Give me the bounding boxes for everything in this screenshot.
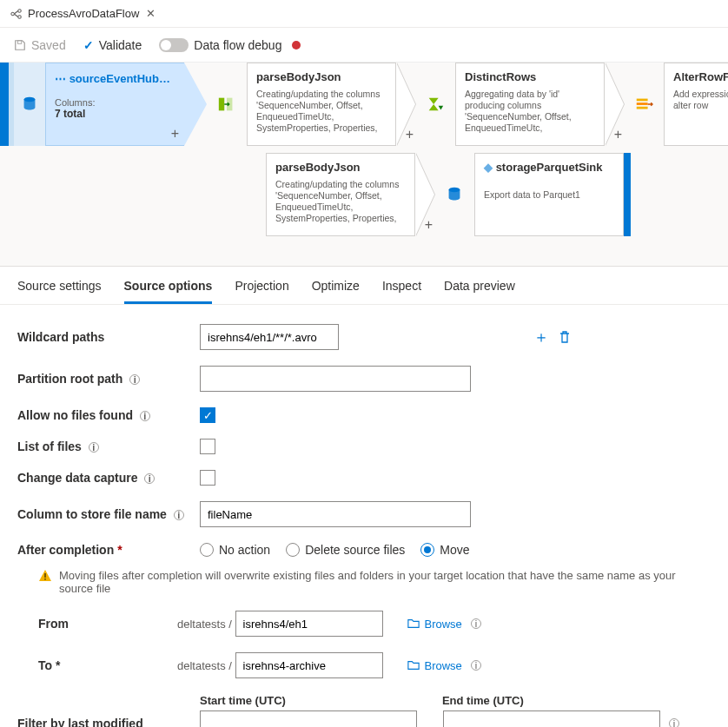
label-allow-no-files: Allow no files found i xyxy=(17,408,200,422)
svg-rect-12 xyxy=(44,578,46,580)
save-icon xyxy=(14,39,26,51)
aggregate-icon xyxy=(415,63,455,146)
info-icon[interactable]: i xyxy=(669,718,679,727)
tab-source-options[interactable]: Source options xyxy=(124,279,213,304)
label-filter: Filter by last modified xyxy=(17,717,200,727)
transform-node-distinct[interactable]: DistinctRows Aggregating data by 'id' pr… xyxy=(415,63,624,146)
tab-optimize[interactable]: Optimize xyxy=(312,279,360,304)
label-cdc: Change data capture i xyxy=(17,471,200,485)
end-time-input[interactable] xyxy=(443,710,660,727)
info-icon[interactable]: i xyxy=(140,411,150,421)
validate-button[interactable]: ✓ Validate xyxy=(83,38,142,52)
after-completion-radio-no-action[interactable]: No action xyxy=(200,543,270,557)
from-path-input[interactable] xyxy=(235,611,383,637)
svg-rect-5 xyxy=(219,98,224,111)
label-list-of-files: List of files i xyxy=(17,440,200,453)
database-icon xyxy=(14,63,45,146)
svg-point-2 xyxy=(18,15,22,18)
svg-rect-11 xyxy=(44,573,46,578)
column-store-filename-input[interactable] xyxy=(200,501,471,527)
info-icon[interactable]: i xyxy=(144,473,155,484)
cdc-checkbox[interactable] xyxy=(200,470,215,486)
info-icon[interactable]: i xyxy=(471,618,481,629)
sink-name: storageParquetSink xyxy=(496,161,603,174)
to-path-input[interactable] xyxy=(235,652,383,678)
label-partition: Partition root path i xyxy=(17,372,200,386)
alter-row-icon xyxy=(624,63,664,146)
transform-node-alterrow[interactable]: AlterRowForUpsert Add expressions to alt… xyxy=(624,63,728,146)
svg-rect-8 xyxy=(637,102,648,105)
saved-indicator: Saved xyxy=(14,38,66,52)
folder-icon xyxy=(407,659,420,671)
info-icon[interactable]: i xyxy=(89,442,99,453)
add-step-icon[interactable]: + xyxy=(171,126,179,142)
label-end-time: End time (UTC) xyxy=(442,694,524,707)
wildcard-path-input[interactable] xyxy=(200,324,339,350)
to-base: deltatests / xyxy=(177,659,235,672)
info-icon[interactable]: i xyxy=(471,660,481,671)
dataflow-canvas[interactable]: ⋯ sourceEventHubsCap... Columns: 7 total… xyxy=(0,63,728,267)
svg-point-1 xyxy=(18,9,22,12)
warning-icon xyxy=(38,569,52,583)
browse-to-button[interactable]: Browse xyxy=(407,659,462,672)
warning-text: Moving files after completion will overw… xyxy=(59,569,711,595)
svg-point-0 xyxy=(11,12,15,16)
tab-projection[interactable]: Projection xyxy=(235,279,288,304)
label-after-completion: After completion * xyxy=(17,543,200,557)
label-col-store: Column to store file name i xyxy=(17,507,200,521)
allow-no-files-checkbox[interactable]: ✓ xyxy=(200,407,215,423)
add-wildcard-icon[interactable]: ＋ xyxy=(533,327,549,347)
tab-title: ProcessAvroDataFlow xyxy=(28,7,139,20)
derived-column-icon xyxy=(207,63,247,146)
add-step-icon[interactable]: + xyxy=(425,217,433,233)
start-time-input[interactable] xyxy=(200,710,417,727)
info-icon[interactable]: i xyxy=(129,374,140,385)
dataflow-icon xyxy=(10,8,23,20)
transform-node-parse-2[interactable]: parseBodyJson Creating/updating the colu… xyxy=(226,153,434,236)
browse-from-button[interactable]: Browse xyxy=(407,618,462,631)
close-tab-icon[interactable]: ✕ xyxy=(146,7,156,20)
delete-wildcard-icon[interactable] xyxy=(558,330,572,344)
label-start-time: Start time (UTC) xyxy=(200,694,286,707)
add-step-icon[interactable]: + xyxy=(614,127,622,142)
add-step-icon[interactable]: + xyxy=(406,127,414,142)
list-of-files-checkbox[interactable] xyxy=(200,439,215,454)
svg-rect-7 xyxy=(637,99,648,102)
svg-rect-9 xyxy=(637,107,648,109)
toggle-switch-icon[interactable] xyxy=(159,38,189,52)
folder-icon xyxy=(407,618,420,630)
check-icon: ✓ xyxy=(83,38,94,52)
label-to: To * xyxy=(38,658,177,672)
transform-node-parse[interactable]: parseBodyJson Creating/updating the colu… xyxy=(207,63,415,146)
after-completion-radio-delete-source-files[interactable]: Delete source files xyxy=(286,543,405,557)
source-node[interactable]: ⋯ sourceEventHubsCap... Columns: 7 total… xyxy=(0,63,207,146)
label-from: From xyxy=(38,617,177,631)
tab-data-preview[interactable]: Data preview xyxy=(444,279,515,304)
after-completion-radio-move[interactable]: Move xyxy=(420,543,469,557)
info-icon[interactable]: i xyxy=(174,510,184,520)
label-wildcard: Wildcard paths xyxy=(17,330,200,344)
partition-root-input[interactable] xyxy=(200,366,471,392)
from-base: deltatests / xyxy=(177,618,235,631)
tab-source-settings[interactable]: Source settings xyxy=(17,279,102,304)
source-name: sourceEventHubsCap... xyxy=(69,72,175,85)
debug-toggle[interactable]: Data flow debug xyxy=(159,38,301,52)
sink-icon xyxy=(434,153,474,236)
tab-inspect[interactable]: Inspect xyxy=(382,279,421,304)
sink-node[interactable]: ◆ storageParquetSink Export data to Parq… xyxy=(434,153,631,236)
status-dot-icon xyxy=(292,41,301,50)
